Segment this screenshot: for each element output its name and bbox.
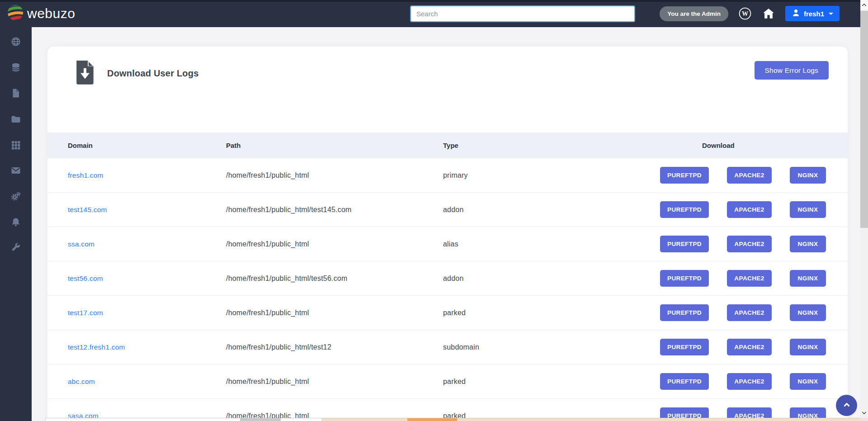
- scrollbar-corner: [860, 418, 868, 421]
- table-header-row: Domain Path Type Download: [47, 132, 848, 158]
- scroll-to-top-button[interactable]: [836, 395, 857, 416]
- webuzo-logo[interactable]: webuzo: [6, 4, 75, 24]
- scrollbar-down-arrow[interactable]: [860, 408, 868, 417]
- table-row: test12.fresh1.com /home/fresh1/public_ht…: [47, 330, 848, 364]
- domain-link[interactable]: test56.com: [68, 274, 103, 282]
- database-icon[interactable]: [10, 62, 21, 73]
- path-cell: /home/fresh1/public_html: [226, 171, 443, 180]
- sidebar: [0, 27, 32, 421]
- nginx-download-button[interactable]: NGINX: [790, 304, 826, 321]
- window-edge: [0, 0, 860, 2]
- show-error-logs-button[interactable]: Show Error Logs: [755, 61, 829, 80]
- vertical-scrollbar[interactable]: [860, 0, 868, 421]
- type-cell: subdomain: [443, 343, 660, 351]
- username: fresh1: [804, 10, 824, 18]
- pureftpd-download-button[interactable]: PUREFTPD: [660, 167, 709, 184]
- path-cell: /home/fresh1/public_html/test12: [226, 343, 443, 351]
- domain-link[interactable]: fresh1.com: [68, 171, 104, 179]
- apache2-download-button[interactable]: APACHE2: [727, 201, 771, 218]
- path-cell: /home/fresh1/public_html/test56.com: [226, 274, 443, 283]
- domain-link[interactable]: ssa.com: [68, 240, 94, 248]
- apache2-download-button[interactable]: APACHE2: [727, 236, 771, 252]
- envelope-icon[interactable]: [10, 165, 21, 176]
- file-icon[interactable]: [10, 88, 21, 99]
- admin-badge: You are the Admin: [660, 6, 728, 21]
- svg-text:W: W: [742, 10, 748, 17]
- apache2-download-button[interactable]: APACHE2: [727, 339, 771, 355]
- table-row: fresh1.com /home/fresh1/public_html prim…: [47, 158, 848, 193]
- gears-icon[interactable]: [10, 191, 21, 202]
- user-logs-table: Domain Path Type Download fresh1.com /ho…: [47, 132, 848, 421]
- type-cell: addon: [443, 274, 660, 283]
- header-path: Path: [226, 142, 443, 149]
- webuzo-sphere-icon: [6, 4, 24, 24]
- pureftpd-download-button[interactable]: PUREFTPD: [660, 339, 709, 355]
- type-cell: parked: [443, 309, 660, 317]
- grid-icon[interactable]: [10, 139, 21, 150]
- path-cell: /home/fresh1/public_html/test145.com: [226, 206, 443, 214]
- folder-icon[interactable]: [10, 114, 21, 124]
- nginx-download-button[interactable]: NGINX: [790, 201, 826, 218]
- apache2-download-button[interactable]: APACHE2: [727, 167, 771, 184]
- table-row: test17.com /home/fresh1/public_html park…: [47, 296, 848, 330]
- table-row: test56.com /home/fresh1/public_html/test…: [47, 261, 848, 296]
- header-download: Download: [660, 142, 826, 149]
- type-cell: alias: [443, 240, 660, 248]
- logo-text: webuzo: [27, 6, 75, 21]
- horizontal-scrollbar-thumb[interactable]: [240, 418, 281, 421]
- pureftpd-download-button[interactable]: PUREFTPD: [660, 373, 709, 390]
- horizontal-scrollbar[interactable]: [45, 418, 860, 421]
- pureftpd-download-button[interactable]: PUREFTPD: [660, 236, 709, 252]
- nginx-download-button[interactable]: NGINX: [790, 339, 826, 355]
- bell-icon[interactable]: [10, 217, 21, 227]
- vertical-scrollbar-thumb[interactable]: [860, 11, 868, 228]
- domain-link[interactable]: abc.com: [68, 378, 95, 385]
- header-type: Type: [443, 142, 660, 149]
- nginx-download-button[interactable]: NGINX: [790, 373, 826, 390]
- user-icon: [792, 9, 800, 19]
- content-card: Download User Logs Show Error Logs Domai…: [47, 47, 848, 421]
- pureftpd-download-button[interactable]: PUREFTPD: [660, 201, 709, 218]
- path-cell: /home/fresh1/public_html: [226, 240, 443, 248]
- domain-link[interactable]: test145.com: [68, 206, 107, 213]
- nginx-download-button[interactable]: NGINX: [790, 167, 826, 184]
- scrollbar-up-arrow[interactable]: [860, 0, 868, 9]
- path-cell: /home/fresh1/public_html: [226, 309, 443, 317]
- table-row: abc.com /home/fresh1/public_html parked …: [47, 364, 848, 399]
- header-domain: Domain: [68, 142, 226, 149]
- home-icon[interactable]: [762, 7, 775, 20]
- domain-link[interactable]: test12.fresh1.com: [68, 343, 125, 351]
- type-cell: parked: [443, 378, 660, 386]
- pureftpd-download-button[interactable]: PUREFTPD: [660, 304, 709, 321]
- table-body: fresh1.com /home/fresh1/public_html prim…: [47, 158, 848, 421]
- nginx-download-button[interactable]: NGINX: [790, 270, 826, 287]
- apache2-download-button[interactable]: APACHE2: [727, 373, 771, 390]
- caret-down-icon: [829, 13, 833, 15]
- nginx-download-button[interactable]: NGINX: [790, 236, 826, 252]
- horizontal-scrollbar-track-tint: [321, 418, 860, 421]
- search-input[interactable]: [410, 5, 635, 22]
- horizontal-scrollbar-marker[interactable]: [407, 418, 457, 421]
- type-cell: primary: [443, 171, 660, 180]
- apache2-download-button[interactable]: APACHE2: [727, 304, 771, 321]
- globe-icon[interactable]: [10, 36, 21, 47]
- chevron-up-icon: [842, 400, 852, 412]
- page-title: Download User Logs: [107, 68, 199, 79]
- apache2-download-button[interactable]: APACHE2: [727, 270, 771, 287]
- file-download-icon: [74, 59, 96, 88]
- table-row: ssa.com /home/fresh1/public_html alias P…: [47, 227, 848, 261]
- main-content: Download User Logs Show Error Logs Domai…: [32, 27, 860, 421]
- path-cell: /home/fresh1/public_html: [226, 378, 443, 386]
- topbar: webuzo You are the Admin W fresh1: [0, 0, 860, 27]
- domain-link[interactable]: test17.com: [68, 309, 103, 317]
- wrench-icon[interactable]: [10, 242, 21, 253]
- table-row: test145.com /home/fresh1/public_html/tes…: [47, 193, 848, 227]
- type-cell: addon: [443, 206, 660, 214]
- user-menu-button[interactable]: fresh1: [785, 6, 840, 21]
- wordpress-icon[interactable]: W: [738, 7, 752, 20]
- pureftpd-download-button[interactable]: PUREFTPD: [660, 270, 709, 287]
